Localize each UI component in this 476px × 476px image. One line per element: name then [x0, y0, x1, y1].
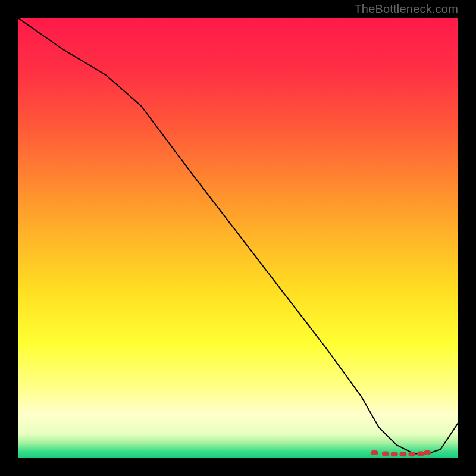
plot-area — [18, 18, 458, 458]
chart-svg — [18, 18, 458, 458]
marker-dot — [391, 452, 398, 456]
marker-dot — [417, 452, 424, 456]
marker-dot — [400, 452, 407, 456]
marker-dot — [371, 450, 378, 455]
marker-dot — [424, 450, 431, 455]
watermark-text: TheBottleneck.com — [354, 2, 458, 16]
marker-dot — [382, 452, 389, 456]
gradient-bg — [18, 18, 458, 458]
marker-dot — [408, 452, 415, 456]
chart-frame: { "watermark": "TheBottleneck.com", "cha… — [0, 0, 476, 476]
